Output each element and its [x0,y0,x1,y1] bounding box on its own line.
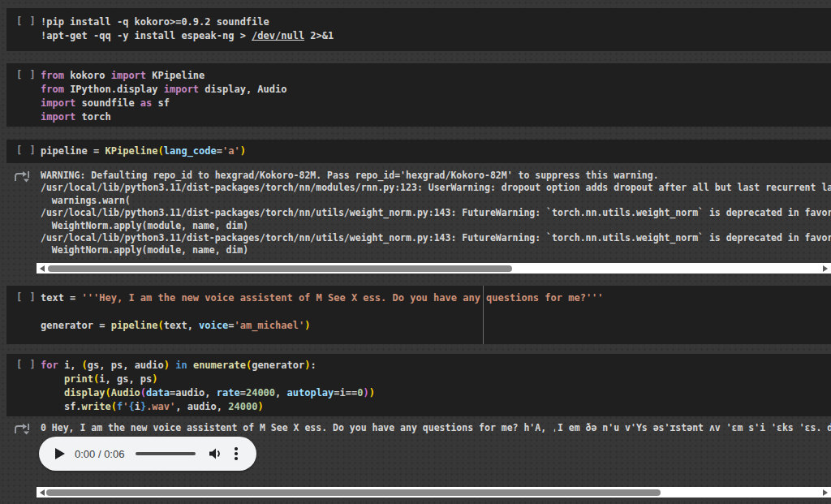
audio-player[interactable]: 0:00 / 0:06 [39,437,256,471]
audio-time: 0:00 / 0:06 [75,448,124,460]
code-editor-install[interactable]: !pip install -q kokoro>=0.9.2 soundfile!… [41,8,831,43]
generation-output-area: 0 Hey, I am the new voice assistent of M… [6,422,831,434]
scroll-left-icon[interactable] [40,489,45,496]
code-editor-pipeline[interactable]: pipeline = KPipeline(lang_code='a') [41,140,831,158]
output-collapse-icon[interactable] [13,423,31,436]
notebook-horizontal-scrollbar[interactable] [37,487,831,498]
execution-count[interactable]: [ ] [16,144,37,156]
output-horizontal-scrollbar[interactable] [37,263,831,274]
execution-count[interactable]: [ ] [16,291,37,303]
code-cell-text[interactable]: [ ] text = '''Hey, I am the new voice as… [6,286,831,344]
volume-icon[interactable] [209,447,223,460]
code-editor-text[interactable]: text = '''Hey, I am the new voice assist… [41,286,831,333]
code-cell-pipeline[interactable]: [ ] pipeline = KPipeline(lang_code='a') [6,140,831,163]
audio-seek-slider[interactable] [136,452,196,455]
kebab-menu-icon[interactable] [235,447,238,460]
stdout-phoneme-text: 0 Hey, I am the new voice assistent of M… [41,422,831,434]
scroll-right-icon[interactable] [823,489,828,496]
code-editor-generate[interactable]: for i, (gs, ps, audio) in enumerate(gene… [41,354,831,414]
scrollbar-thumb[interactable] [46,489,661,496]
text-cursor [483,286,484,344]
output-collapse-icon[interactable] [13,170,31,183]
scrollbar-thumb[interactable] [48,265,512,272]
stderr-warning-text: WARNING: Defaulting repo_id to hexgrad/K… [41,170,831,257]
warning-output-area: WARNING: Defaulting repo_id to hexgrad/K… [6,170,831,257]
code-editor-imports[interactable]: from kokoro import KPipelinefrom IPython… [41,63,831,124]
code-cell-imports[interactable]: [ ] from kokoro import KPipelinefrom IPy… [6,63,831,127]
execution-count[interactable]: [ ] [16,69,37,80]
code-cell-install[interactable]: [ ] !pip install -q kokoro>=0.9.2 soundf… [6,8,831,51]
play-icon[interactable] [55,448,65,459]
scroll-right-icon[interactable] [823,265,828,272]
execution-count[interactable]: [ ] [16,15,37,27]
scroll-left-icon[interactable] [40,265,45,272]
code-cell-generate[interactable]: [ ] for i, (gs, ps, audio) in enumerate(… [6,354,831,416]
execution-count[interactable]: [ ] [16,359,37,370]
